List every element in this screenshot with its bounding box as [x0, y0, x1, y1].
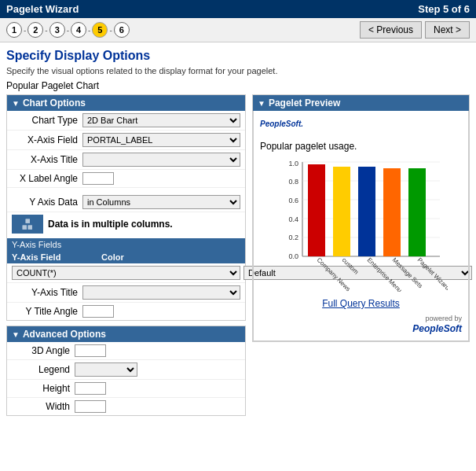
- step-5[interactable]: 5: [92, 22, 108, 38]
- preview-section: ▼ Pagelet Preview PeopleSoft. Popular pa…: [252, 94, 470, 342]
- x-label-angle-row: X Label Angle 90: [7, 170, 245, 188]
- chart-type-label: Chart Type: [12, 115, 82, 126]
- x-axis-title-select[interactable]: [82, 153, 240, 167]
- y-title-angle-label: Y Title Angle: [12, 306, 82, 317]
- step-2[interactable]: 2: [27, 22, 43, 38]
- x-label-angle-control: 90: [82, 172, 240, 185]
- chart-options-label: Chart Options: [23, 98, 86, 109]
- step-3[interactable]: 3: [49, 22, 65, 38]
- step-indicators: 1 - 2 - 3 - 4 - 5 - 6: [6, 22, 130, 38]
- sep-1: -: [24, 26, 26, 35]
- nav-bar: 1 - 2 - 3 - 4 - 5 - 6 < Previous Next >: [0, 18, 476, 42]
- svg-rect-17: [383, 168, 401, 256]
- y-axis-col-headers: Y-Axis Field Color: [7, 251, 245, 263]
- step-6[interactable]: 6: [114, 22, 130, 38]
- x-axis-title-row: X-Axis Title: [7, 150, 245, 170]
- col-field-label: Y-Axis Field: [12, 252, 98, 262]
- ps-brand: PeopleSoft: [412, 323, 462, 334]
- 3d-angle-input[interactable]: [75, 344, 106, 357]
- y-axis-title-label: Y-Axis Title: [12, 287, 82, 298]
- app-title: Pagelet Wizard: [6, 3, 79, 15]
- height-label: Height: [12, 383, 75, 394]
- x-label-angle-label: X Label Angle: [12, 173, 82, 184]
- chart-options-section: ▼ Chart Options Chart Type 2D Bar Chart …: [6, 94, 246, 321]
- sep-2: -: [45, 26, 47, 35]
- advanced-options-label: Advanced Options: [23, 329, 106, 340]
- x-label-angle-input[interactable]: 90: [82, 172, 114, 185]
- y-title-angle-row: Y Title Angle: [7, 303, 245, 320]
- svg-text:0.4: 0.4: [288, 215, 298, 223]
- y-axis-field-select[interactable]: COUNT(*): [12, 266, 240, 280]
- svg-text:0.2: 0.2: [288, 234, 298, 241]
- advanced-options-header: ▼ Advanced Options: [7, 326, 245, 342]
- legend-row: Legend Top Bottom Left Right: [7, 360, 245, 380]
- preview-collapse-icon[interactable]: ▼: [258, 99, 265, 108]
- y-axis-title-control: [82, 285, 240, 300]
- previous-button[interactable]: < Previous: [360, 21, 422, 39]
- step-indicator: Step 5 of 6: [418, 3, 470, 15]
- sep-4: -: [88, 26, 90, 35]
- next-button[interactable]: Next >: [425, 21, 470, 39]
- y-axis-data-control: in Columns in Rows: [82, 195, 240, 209]
- preview-subtitle: Popular pagelet usage.: [260, 141, 462, 152]
- sep-5: -: [109, 26, 112, 35]
- preview-footer: Full Query Results powered by PeopleSoft: [260, 298, 462, 334]
- y-title-angle-control: [82, 305, 240, 318]
- x-axis-field-label: X-Axis Field: [12, 134, 82, 145]
- step-1[interactable]: 1: [6, 22, 22, 38]
- width-input[interactable]: 218: [75, 400, 106, 413]
- y-axis-data-label: Y Axis Data: [12, 197, 82, 208]
- main-content: ▼ Chart Options Chart Type 2D Bar Chart …: [0, 94, 476, 422]
- adv-collapse-icon[interactable]: ▼: [12, 330, 20, 339]
- height-input[interactable]: [75, 382, 106, 395]
- svg-text:0.6: 0.6: [288, 197, 298, 204]
- chart-options-header: ▼ Chart Options: [7, 95, 245, 111]
- full-query-link[interactable]: Full Query Results: [260, 298, 462, 309]
- nav-buttons: < Previous Next >: [360, 21, 470, 39]
- bar-chart: 0.0 0.2 0.4 0.6 0.8 1.0: [275, 158, 448, 292]
- svg-text:0.0: 0.0: [288, 252, 298, 260]
- y-axis-info-icon: ▦▦▦: [12, 215, 43, 234]
- 3d-angle-row: 3D Angle: [7, 342, 245, 360]
- right-panel: ▼ Pagelet Preview PeopleSoft. Popular pa…: [252, 94, 470, 416]
- svg-text:0.8: 0.8: [288, 178, 298, 186]
- x-axis-field-select[interactable]: PORTAL_LABEL: [82, 133, 240, 147]
- 3d-angle-label: 3D Angle: [12, 345, 75, 356]
- svg-rect-18: [408, 168, 426, 256]
- chart-type-control: 2D Bar Chart 3D Bar Chart Line Chart Pie…: [82, 113, 240, 127]
- height-row: Height: [7, 380, 245, 398]
- header-bar: Pagelet Wizard Step 5 of 6: [0, 0, 476, 18]
- x-axis-title-label: X-Axis Title: [12, 154, 82, 165]
- x-axis-field-row: X-Axis Field PORTAL_LABEL: [7, 131, 245, 150]
- step-4[interactable]: 4: [71, 22, 86, 38]
- col-color-label: Color: [101, 252, 164, 262]
- y-axis-field-row-1: COUNT(*) Default Red Blue Green 🔧 + −: [7, 263, 245, 283]
- y-axis-info-text: Data is in multiple columns.: [48, 219, 173, 230]
- legend-select[interactable]: Top Bottom Left Right: [75, 362, 137, 377]
- x-axis-title-control: [82, 153, 240, 167]
- legend-label: Legend: [12, 364, 75, 375]
- y-axis-data-select[interactable]: in Columns in Rows: [82, 195, 240, 209]
- x-axis-field-control: PORTAL_LABEL: [82, 133, 240, 147]
- svg-rect-14: [308, 164, 325, 256]
- width-row: Width 218: [7, 398, 245, 415]
- y-axis-title-select[interactable]: [82, 285, 240, 300]
- preview-header: ▼ Pagelet Preview: [253, 95, 469, 111]
- y-axis-fields-label: Y-Axis Fields: [12, 240, 61, 249]
- svg-rect-15: [333, 167, 350, 256]
- y-axis-data-row: Y Axis Data in Columns in Rows: [7, 193, 245, 212]
- peoplesoft-logo: PeopleSoft.: [260, 117, 462, 138]
- powered-by-text: powered by: [425, 315, 462, 322]
- powered-by-section: powered by PeopleSoft: [260, 312, 462, 334]
- y-axis-fields-header: Y-Axis Fields: [7, 238, 245, 251]
- chart-type-select[interactable]: 2D Bar Chart 3D Bar Chart Line Chart Pie…: [82, 113, 240, 127]
- y-title-angle-input[interactable]: [82, 305, 114, 318]
- sep-3: -: [67, 26, 69, 35]
- svg-text:1.0: 1.0: [288, 160, 298, 167]
- ps-logo-text: PeopleSoft.: [260, 120, 303, 128]
- advanced-options-section: ▼ Advanced Options 3D Angle Legend Top B…: [6, 326, 246, 416]
- svg-rect-16: [358, 167, 375, 256]
- collapse-icon[interactable]: ▼: [12, 99, 20, 108]
- y-axis-title-row: Y-Axis Title: [7, 283, 245, 303]
- preview-container: PeopleSoft. Popular pagelet usage. 0.0 0…: [253, 111, 469, 341]
